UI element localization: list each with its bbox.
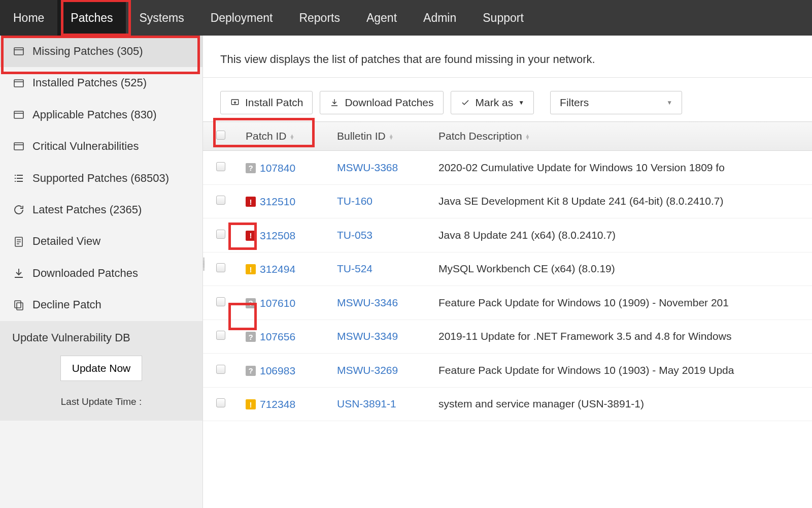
patch-id-link[interactable]: 312494 — [260, 263, 295, 275]
patch-id-link[interactable]: 312510 — [260, 196, 295, 208]
patch-id-cell: !312494 — [239, 252, 330, 286]
nav-reports[interactable]: Reports — [286, 0, 353, 36]
check-icon — [460, 98, 470, 108]
download-patches-button[interactable]: Download Patches — [320, 91, 443, 114]
sidebar-item-label: Installed Patches (525) — [32, 76, 147, 89]
patches-table: Patch ID▲▼ Bulletin ID▲▼ Patch Descripti… — [203, 121, 812, 421]
bulletin-id-link[interactable]: TU-524 — [337, 263, 373, 274]
patch-description-cell: system and service manager (USN-3891-1) — [431, 387, 812, 421]
bulletin-id-link[interactable]: MSWU-3349 — [337, 330, 398, 342]
bulletin-id-cell: TU-524 — [330, 252, 431, 286]
row-checkbox[interactable] — [216, 398, 225, 407]
nav-systems[interactable]: Systems — [126, 0, 197, 36]
patch-description-cell: 2020-02 Cumulative Update for Windows 10… — [431, 151, 812, 185]
row-checkbox[interactable] — [216, 331, 225, 340]
patch-id-link[interactable]: 712348 — [260, 398, 295, 410]
patch-id-cell: ?107840 — [239, 151, 330, 185]
mark-as-button[interactable]: Mark as ▼ — [451, 91, 534, 114]
nav-support[interactable]: Support — [469, 0, 537, 36]
sidebar-item-installed-patches[interactable]: Installed Patches (525) — [0, 67, 202, 99]
row-checkbox[interactable] — [216, 263, 225, 272]
patch-id-link[interactable]: 312508 — [260, 230, 295, 242]
sidebar-item-label: Critical Vulnerabilities — [32, 140, 139, 153]
severity-icon: ! — [246, 264, 256, 274]
bulletin-id-link[interactable]: MSWU-3269 — [337, 364, 398, 376]
bulletin-id-cell: MSWU-3368 — [330, 151, 431, 185]
row-checkbox[interactable] — [216, 162, 225, 171]
row-checkbox-cell — [203, 354, 239, 388]
sidebar-item-latest-patches[interactable]: Latest Patches (2365) — [0, 194, 202, 226]
patch-description-cell: MySQL Workbench CE (x64) (8.0.19) — [431, 252, 812, 286]
nav-patches[interactable]: Patches — [57, 0, 126, 36]
patch-description-cell: Java 8 Update 241 (x64) (8.0.2410.7) — [431, 218, 812, 252]
caret-down-icon: ▼ — [666, 99, 672, 106]
bulletin-id-link[interactable]: TU-053 — [337, 229, 373, 241]
install-patch-label: Install Patch — [245, 97, 303, 109]
vulnerability-db-section: Update Vulnerability DB Update Now Last … — [0, 321, 202, 421]
sidebar-item-critical-vulnerabilities[interactable]: Critical Vulnerabilities — [0, 131, 202, 162]
svg-rect-1 — [14, 80, 23, 87]
sort-icon: ▲▼ — [525, 134, 530, 139]
patch-icon — [12, 45, 25, 58]
patch-icon — [12, 140, 25, 153]
nav-deployment[interactable]: Deployment — [197, 0, 286, 36]
row-checkbox-cell — [203, 286, 239, 320]
sidebar-item-decline-patch[interactable]: Decline Patch — [0, 289, 202, 321]
sidebar-item-downloaded-patches[interactable]: Downloaded Patches — [0, 258, 202, 289]
install-patch-button[interactable]: Install Patch — [220, 91, 313, 114]
svg-rect-6 — [17, 303, 23, 310]
sidebar-resize-handle[interactable]: ┃┃┃ — [200, 249, 207, 279]
sidebar-item-label: Latest Patches (2365) — [32, 203, 142, 216]
svg-rect-3 — [14, 143, 23, 150]
patch-id-link[interactable]: 107656 — [260, 331, 295, 343]
sidebar-item-label: Supported Patches (68503) — [32, 172, 169, 185]
table-row: ?106983MSWU-3269Feature Pack Update for … — [203, 354, 812, 388]
severity-icon: ! — [246, 399, 256, 409]
patch-id-cell: ?107656 — [239, 320, 330, 354]
column-header-patch-id[interactable]: Patch ID▲▼ — [239, 122, 330, 151]
sidebar-item-detailed-view[interactable]: Detailed View — [0, 226, 202, 257]
doc-icon — [12, 235, 25, 248]
nav-admin[interactable]: Admin — [410, 0, 469, 36]
install-icon — [230, 98, 240, 108]
decline-icon — [12, 298, 25, 311]
sort-icon: ▲▼ — [290, 134, 295, 139]
table-row: ?107840MSWU-33682020-02 Cumulative Updat… — [203, 151, 812, 185]
row-checkbox-cell — [203, 320, 239, 354]
patch-id-link[interactable]: 107840 — [260, 162, 295, 174]
row-checkbox[interactable] — [216, 297, 225, 306]
row-checkbox[interactable] — [216, 230, 225, 239]
bulletin-id-cell: MSWU-3346 — [330, 286, 431, 320]
column-header-checkbox[interactable] — [203, 122, 239, 151]
filters-dropdown[interactable]: Filters ▼ — [550, 91, 682, 114]
svg-rect-0 — [14, 48, 23, 55]
patch-id-link[interactable]: 107610 — [260, 297, 295, 309]
row-checkbox-cell — [203, 218, 239, 252]
table-row: !312510TU-160Java SE Development Kit 8 U… — [203, 184, 812, 218]
bulletin-id-link[interactable]: TU-160 — [337, 195, 373, 207]
table-row: !712348USN-3891-1system and service mana… — [203, 387, 812, 421]
sidebar-item-applicable-patches[interactable]: Applicable Patches (830) — [0, 99, 202, 131]
select-all-checkbox[interactable] — [216, 131, 225, 140]
bulletin-id-link[interactable]: MSWU-3346 — [337, 297, 398, 308]
download-icon — [12, 267, 25, 280]
table-row: ?107656MSWU-33492019-11 Update for .NET … — [203, 320, 812, 354]
row-checkbox[interactable] — [216, 365, 225, 374]
column-header-bulletin-id[interactable]: Bulletin ID▲▼ — [330, 122, 431, 151]
mark-as-label: Mark as — [476, 97, 514, 109]
filters-label: Filters — [560, 97, 589, 109]
row-checkbox[interactable] — [216, 196, 225, 205]
sidebar-item-supported-patches[interactable]: Supported Patches (68503) — [0, 163, 202, 194]
severity-icon: ? — [246, 332, 256, 342]
patch-id-link[interactable]: 106983 — [260, 365, 295, 377]
column-header-description[interactable]: Patch Description▲▼ — [431, 122, 812, 151]
severity-icon: ? — [246, 366, 256, 376]
bulletin-id-link[interactable]: MSWU-3368 — [337, 162, 398, 173]
download-icon — [329, 98, 340, 108]
update-now-button[interactable]: Update Now — [60, 356, 143, 381]
bulletin-id-link[interactable]: USN-3891-1 — [337, 398, 396, 409]
sidebar-item-missing-patches[interactable]: Missing Patches (305) — [0, 36, 202, 67]
bulletin-id-cell: TU-053 — [330, 218, 431, 252]
nav-home[interactable]: Home — [0, 0, 57, 36]
nav-agent[interactable]: Agent — [353, 0, 410, 36]
